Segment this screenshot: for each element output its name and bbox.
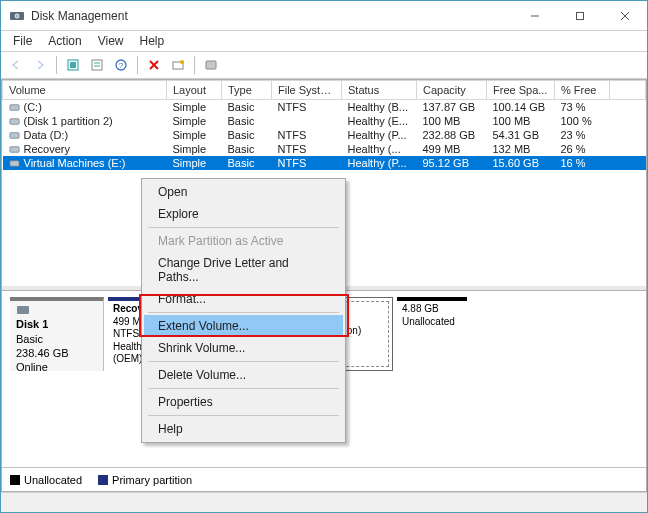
back-button[interactable] — [5, 54, 27, 76]
ctx-help[interactable]: Help — [144, 418, 343, 440]
ctx-open[interactable]: Open — [144, 181, 343, 203]
svg-rect-21 — [9, 133, 18, 139]
ctx-shrink-volume[interactable]: Shrink Volume... — [144, 337, 343, 359]
delete-icon[interactable] — [143, 54, 165, 76]
svg-rect-8 — [70, 62, 76, 68]
menu-bar: File Action View Help — [1, 31, 647, 51]
help-icon[interactable]: ? — [110, 54, 132, 76]
svg-rect-19 — [9, 105, 18, 111]
col-filesystem: File System — [272, 81, 342, 100]
col-layout: Layout — [167, 81, 222, 100]
forward-button[interactable] — [29, 54, 51, 76]
table-header-row[interactable]: Volume Layout Type File System Status Ca… — [3, 81, 646, 100]
table-row[interactable]: (Disk 1 partition 2)SimpleBasicHealthy (… — [3, 114, 646, 128]
maximize-button[interactable] — [557, 1, 602, 30]
ctx-delete-volume[interactable]: Delete Volume... — [144, 364, 343, 386]
disk-info-box[interactable]: Disk 1Basic238.46 GBOnline — [10, 297, 104, 371]
refresh-icon[interactable] — [62, 54, 84, 76]
svg-rect-23 — [9, 161, 18, 167]
svg-point-2 — [16, 15, 18, 17]
col-type: Type — [222, 81, 272, 100]
svg-rect-24 — [17, 306, 29, 314]
volume-icon[interactable] — [200, 54, 222, 76]
svg-rect-20 — [9, 119, 18, 125]
ctx-mark-active: Mark Partition as Active — [144, 230, 343, 252]
table-row[interactable]: Virtual Machines (E:)SimpleBasicNTFSHeal… — [3, 156, 646, 170]
ctx-change-letter[interactable]: Change Drive Letter and Paths... — [144, 252, 343, 288]
window-title: Disk Management — [31, 9, 512, 23]
col-volume: Volume — [3, 81, 167, 100]
svg-point-17 — [180, 60, 184, 64]
close-button[interactable] — [602, 1, 647, 30]
ctx-explore[interactable]: Explore — [144, 203, 343, 225]
svg-rect-9 — [92, 60, 102, 70]
ctx-format[interactable]: Format... — [144, 288, 343, 310]
legend-unallocated: Unallocated — [24, 474, 82, 486]
svg-rect-4 — [576, 12, 583, 19]
menu-action[interactable]: Action — [40, 32, 89, 50]
legend-primary: Primary partition — [112, 474, 192, 486]
status-bar — [1, 492, 647, 512]
menu-view[interactable]: View — [90, 32, 132, 50]
properties-icon[interactable] — [86, 54, 108, 76]
toolbar: ? — [1, 51, 647, 79]
table-row[interactable]: (C:)SimpleBasicNTFSHealthy (B...137.87 G… — [3, 100, 646, 115]
ctx-properties[interactable]: Properties — [144, 391, 343, 413]
table-row[interactable]: RecoverySimpleBasicNTFSHealthy (...499 M… — [3, 142, 646, 156]
partition-unallocated[interactable]: 4.88 GBUnallocated — [397, 297, 467, 371]
col-free: Free Spa... — [487, 81, 555, 100]
col-status: Status — [342, 81, 417, 100]
legend: Unallocated Primary partition — [2, 467, 646, 491]
table-row[interactable]: Data (D:)SimpleBasicNTFSHealthy (P...232… — [3, 128, 646, 142]
svg-rect-18 — [206, 61, 216, 69]
disk-management-window: Disk Management File Action View Help ? — [0, 0, 648, 513]
settings-icon[interactable] — [167, 54, 189, 76]
svg-text:?: ? — [119, 61, 124, 70]
col-pct: % Free — [555, 81, 610, 100]
menu-help[interactable]: Help — [132, 32, 173, 50]
col-capacity: Capacity — [417, 81, 487, 100]
minimize-button[interactable] — [512, 1, 557, 30]
disk-management-icon — [9, 8, 25, 24]
title-bar[interactable]: Disk Management — [1, 1, 647, 31]
ctx-extend-volume[interactable]: Extend Volume... — [144, 315, 343, 337]
menu-file[interactable]: File — [5, 32, 40, 50]
svg-rect-22 — [9, 147, 18, 153]
context-menu: Open Explore Mark Partition as Active Ch… — [141, 178, 346, 443]
